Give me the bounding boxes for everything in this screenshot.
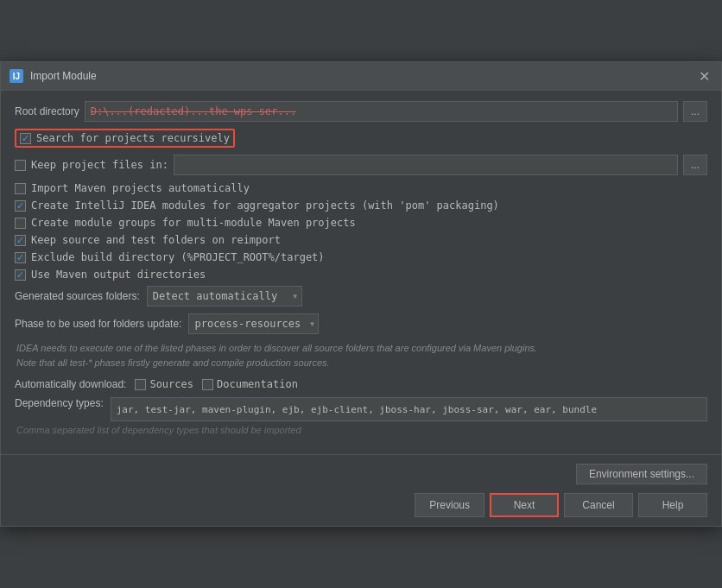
root-directory-browse[interactable]: ... xyxy=(683,101,707,122)
dependency-types-label: Dependency types: xyxy=(15,397,104,409)
documentation-label: Documentation xyxy=(217,378,298,390)
info-text: IDEA needs to execute one of the listed … xyxy=(15,341,707,370)
exclude-build-dir-checkbox[interactable] xyxy=(15,252,26,263)
import-maven-auto-checkbox[interactable] xyxy=(15,183,26,194)
sources-checkbox[interactable] xyxy=(135,379,146,390)
phase-select[interactable]: process-resources generate-sources initi… xyxy=(188,313,319,334)
sources-label: Sources xyxy=(149,378,193,390)
sources-item: Sources xyxy=(135,378,193,390)
create-intellij-modules-row[interactable]: Create IntelliJ IDEA modules for aggrega… xyxy=(15,199,707,212)
auto-download-label: Automatically download: xyxy=(15,378,126,390)
use-maven-output-row[interactable]: Use Maven output directories xyxy=(15,269,707,281)
use-maven-output-checkbox[interactable] xyxy=(15,269,26,281)
search-recursively-label: Search for projects recursively xyxy=(36,132,230,144)
footer-bottom: Previous Next Cancel Help xyxy=(15,493,707,517)
documentation-item: Documentation xyxy=(202,378,298,390)
use-maven-output-label: Use Maven output directories xyxy=(31,269,206,281)
import-module-dialog: IJ Import Module ✕ Root directory ... Se… xyxy=(0,61,722,527)
next-button[interactable]: Next xyxy=(490,493,559,517)
dialog-footer: Environment settings... Previous Next Ca… xyxy=(1,454,721,526)
dialog-title: Import Module xyxy=(30,70,97,82)
root-directory-label: Root directory xyxy=(15,105,79,117)
footer-top: Environment settings... xyxy=(15,464,707,484)
phase-select-wrapper: process-resources generate-sources initi… xyxy=(188,313,319,334)
help-button[interactable]: Help xyxy=(638,493,707,517)
dependency-types-row: Dependency types: xyxy=(15,397,707,421)
exclude-build-dir-row[interactable]: Exclude build directory (%PROJECT_ROOT%/… xyxy=(15,251,707,263)
close-button[interactable]: ✕ xyxy=(695,67,712,85)
environment-settings-button[interactable]: Environment settings... xyxy=(576,464,707,484)
create-module-groups-row[interactable]: Create module groups for multi-module Ma… xyxy=(15,217,707,229)
import-maven-auto-label: Import Maven projects automatically xyxy=(31,182,250,194)
import-maven-auto-row[interactable]: Import Maven projects automatically xyxy=(15,182,707,194)
dependency-types-hint: Comma separated list of dependency types… xyxy=(15,425,707,435)
title-bar: IJ Import Module ✕ xyxy=(1,62,721,91)
title-bar-left: IJ Import Module xyxy=(10,69,97,83)
info-text-line2: Note that all test-* phases firstly gene… xyxy=(16,356,707,370)
documentation-checkbox[interactable] xyxy=(202,379,213,390)
phase-label: Phase to be used for folders update: xyxy=(15,318,181,330)
keep-project-files-browse[interactable]: ... xyxy=(683,155,707,175)
keep-source-test-row[interactable]: Keep source and test folders on reimport xyxy=(15,234,707,246)
cancel-button[interactable]: Cancel xyxy=(564,493,633,517)
generated-sources-label: Generated sources folders: xyxy=(15,290,140,302)
create-intellij-modules-checkbox[interactable] xyxy=(15,200,26,212)
dialog-content: Root directory ... Search for projects r… xyxy=(1,91,721,454)
exclude-build-dir-label: Exclude build directory (%PROJECT_ROOT%/… xyxy=(31,251,325,263)
create-intellij-modules-label: Create IntelliJ IDEA modules for aggrega… xyxy=(31,199,499,212)
search-recursively-checkbox[interactable] xyxy=(20,133,31,144)
info-text-line1: IDEA needs to execute one of the listed … xyxy=(16,341,707,356)
create-module-groups-checkbox[interactable] xyxy=(15,218,26,229)
keep-project-files-checkbox[interactable] xyxy=(15,160,26,171)
previous-button[interactable]: Previous xyxy=(415,493,484,517)
keep-source-test-checkbox[interactable] xyxy=(15,235,26,246)
auto-download-row: Automatically download: Sources Document… xyxy=(15,378,707,390)
keep-project-files-row: Keep project files in: ... xyxy=(15,155,707,175)
create-module-groups-label: Create module groups for multi-module Ma… xyxy=(31,217,356,229)
keep-project-files-label: Keep project files in: xyxy=(31,159,168,171)
generated-sources-row: Generated sources folders: Detect automa… xyxy=(15,286,707,307)
generated-sources-select[interactable]: Detect automatically Generated source ro… xyxy=(147,286,302,307)
root-directory-row: Root directory ... xyxy=(15,101,707,122)
phase-row: Phase to be used for folders update: pro… xyxy=(15,313,707,334)
dependency-types-input[interactable] xyxy=(111,397,707,421)
search-recursively-row[interactable]: Search for projects recursively xyxy=(15,129,235,148)
app-icon: IJ xyxy=(10,69,23,83)
generated-sources-select-wrapper: Detect automatically Generated source ro… xyxy=(147,286,302,307)
keep-project-files-input[interactable] xyxy=(174,155,678,175)
keep-source-test-label: Keep source and test folders on reimport xyxy=(31,234,281,246)
root-directory-input[interactable] xyxy=(85,101,678,122)
